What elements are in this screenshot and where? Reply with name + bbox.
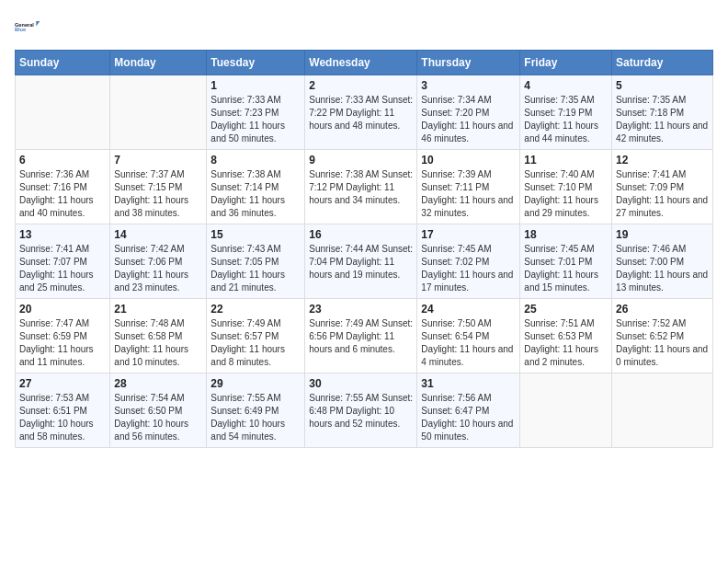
day-number: 4 xyxy=(524,79,608,92)
calendar-cell: 31Sunrise: 7:56 AM Sunset: 6:47 PM Dayli… xyxy=(417,373,520,448)
calendar-cell xyxy=(612,373,713,448)
day-info: Sunrise: 7:33 AM Sunset: 7:22 PM Dayligh… xyxy=(309,94,413,132)
svg-text:Blue: Blue xyxy=(15,27,26,32)
calendar-cell: 20Sunrise: 7:47 AM Sunset: 6:59 PM Dayli… xyxy=(16,299,110,373)
calendar-cell: 7Sunrise: 7:37 AM Sunset: 7:15 PM Daylig… xyxy=(110,150,207,224)
week-row-0: 1Sunrise: 7:33 AM Sunset: 7:23 PM Daylig… xyxy=(16,75,713,150)
calendar-cell: 24Sunrise: 7:50 AM Sunset: 6:54 PM Dayli… xyxy=(417,299,520,373)
calendar-table: SundayMondayTuesdayWednesdayThursdayFrid… xyxy=(15,50,713,448)
day-info: Sunrise: 7:41 AM Sunset: 7:09 PM Dayligh… xyxy=(616,168,709,220)
day-info: Sunrise: 7:55 AM Sunset: 6:49 PM Dayligh… xyxy=(210,392,301,443)
day-info: Sunrise: 7:36 AM Sunset: 7:16 PM Dayligh… xyxy=(19,168,106,220)
calendar-cell: 17Sunrise: 7:45 AM Sunset: 7:02 PM Dayli… xyxy=(417,224,520,299)
day-number: 16 xyxy=(309,228,413,241)
day-number: 11 xyxy=(524,154,608,167)
day-number: 8 xyxy=(210,154,301,167)
day-info: Sunrise: 7:38 AM Sunset: 7:12 PM Dayligh… xyxy=(309,168,413,207)
day-info: Sunrise: 7:42 AM Sunset: 7:06 PM Dayligh… xyxy=(114,243,202,294)
calendar-cell: 13Sunrise: 7:41 AM Sunset: 7:07 PM Dayli… xyxy=(16,224,110,299)
day-number: 7 xyxy=(114,154,202,167)
day-number: 6 xyxy=(19,154,106,167)
day-info: Sunrise: 7:35 AM Sunset: 7:18 PM Dayligh… xyxy=(616,94,709,145)
day-info: Sunrise: 7:41 AM Sunset: 7:07 PM Dayligh… xyxy=(19,243,106,294)
header-thursday: Thursday xyxy=(417,51,520,75)
day-info: Sunrise: 7:49 AM Sunset: 6:57 PM Dayligh… xyxy=(210,317,301,369)
day-info: Sunrise: 7:44 AM Sunset: 7:04 PM Dayligh… xyxy=(309,243,413,282)
calendar-cell: 29Sunrise: 7:55 AM Sunset: 6:49 PM Dayli… xyxy=(207,373,305,448)
day-number: 5 xyxy=(616,79,709,92)
calendar-cell: 9Sunrise: 7:38 AM Sunset: 7:12 PM Daylig… xyxy=(305,150,417,224)
calendar-cell: 4Sunrise: 7:35 AM Sunset: 7:19 PM Daylig… xyxy=(520,75,612,150)
day-number: 20 xyxy=(19,303,106,316)
header-wednesday: Wednesday xyxy=(305,51,417,75)
day-info: Sunrise: 7:33 AM Sunset: 7:23 PM Dayligh… xyxy=(210,94,301,145)
day-info: Sunrise: 7:56 AM Sunset: 6:47 PM Dayligh… xyxy=(421,392,516,443)
day-number: 31 xyxy=(421,377,516,390)
calendar-cell: 18Sunrise: 7:45 AM Sunset: 7:01 PM Dayli… xyxy=(520,224,612,299)
day-number: 9 xyxy=(309,154,413,167)
day-info: Sunrise: 7:40 AM Sunset: 7:10 PM Dayligh… xyxy=(524,168,608,220)
day-info: Sunrise: 7:50 AM Sunset: 6:54 PM Dayligh… xyxy=(421,317,516,369)
day-number: 12 xyxy=(616,154,709,167)
day-info: Sunrise: 7:37 AM Sunset: 7:15 PM Dayligh… xyxy=(114,168,202,220)
day-info: Sunrise: 7:46 AM Sunset: 7:00 PM Dayligh… xyxy=(616,243,709,294)
calendar-cell: 6Sunrise: 7:36 AM Sunset: 7:16 PM Daylig… xyxy=(16,150,110,224)
week-row-3: 20Sunrise: 7:47 AM Sunset: 6:59 PM Dayli… xyxy=(16,299,713,373)
header-friday: Friday xyxy=(520,51,612,75)
calendar-cell: 30Sunrise: 7:55 AM Sunset: 6:48 PM Dayli… xyxy=(305,373,417,448)
calendar-cell xyxy=(110,75,207,150)
calendar-cell: 21Sunrise: 7:48 AM Sunset: 6:58 PM Dayli… xyxy=(110,299,207,373)
day-number: 26 xyxy=(616,303,709,316)
day-number: 21 xyxy=(114,303,202,316)
calendar-cell: 16Sunrise: 7:44 AM Sunset: 7:04 PM Dayli… xyxy=(305,224,417,299)
day-info: Sunrise: 7:48 AM Sunset: 6:58 PM Dayligh… xyxy=(114,317,202,369)
day-number: 23 xyxy=(309,303,413,316)
calendar-cell: 5Sunrise: 7:35 AM Sunset: 7:18 PM Daylig… xyxy=(612,75,713,150)
svg-marker-2 xyxy=(36,21,40,27)
page-header: GeneralBlue xyxy=(15,15,713,40)
calendar-cell: 14Sunrise: 7:42 AM Sunset: 7:06 PM Dayli… xyxy=(110,224,207,299)
day-number: 3 xyxy=(421,79,516,92)
day-info: Sunrise: 7:49 AM Sunset: 6:56 PM Dayligh… xyxy=(309,317,413,356)
calendar-cell xyxy=(520,373,612,448)
day-info: Sunrise: 7:54 AM Sunset: 6:50 PM Dayligh… xyxy=(114,392,202,443)
calendar-cell: 11Sunrise: 7:40 AM Sunset: 7:10 PM Dayli… xyxy=(520,150,612,224)
day-number: 18 xyxy=(524,228,608,241)
day-info: Sunrise: 7:53 AM Sunset: 6:51 PM Dayligh… xyxy=(19,392,106,443)
day-info: Sunrise: 7:47 AM Sunset: 6:59 PM Dayligh… xyxy=(19,317,106,369)
calendar-cell: 26Sunrise: 7:52 AM Sunset: 6:52 PM Dayli… xyxy=(612,299,713,373)
calendar-cell: 25Sunrise: 7:51 AM Sunset: 6:53 PM Dayli… xyxy=(520,299,612,373)
day-number: 27 xyxy=(19,377,106,390)
day-number: 25 xyxy=(524,303,608,316)
day-number: 15 xyxy=(210,228,301,241)
week-row-4: 27Sunrise: 7:53 AM Sunset: 6:51 PM Dayli… xyxy=(16,373,713,448)
day-number: 14 xyxy=(114,228,202,241)
calendar-cell: 2Sunrise: 7:33 AM Sunset: 7:22 PM Daylig… xyxy=(305,75,417,150)
header-tuesday: Tuesday xyxy=(207,51,305,75)
calendar-cell: 10Sunrise: 7:39 AM Sunset: 7:11 PM Dayli… xyxy=(417,150,520,224)
calendar-cell: 8Sunrise: 7:38 AM Sunset: 7:14 PM Daylig… xyxy=(207,150,305,224)
header-saturday: Saturday xyxy=(612,51,713,75)
day-number: 30 xyxy=(309,377,413,390)
day-number: 28 xyxy=(114,377,202,390)
day-number: 19 xyxy=(616,228,709,241)
day-info: Sunrise: 7:43 AM Sunset: 7:05 PM Dayligh… xyxy=(210,243,301,294)
week-row-2: 13Sunrise: 7:41 AM Sunset: 7:07 PM Dayli… xyxy=(16,224,713,299)
svg-text:General: General xyxy=(15,22,34,28)
day-number: 17 xyxy=(421,228,516,241)
day-number: 24 xyxy=(421,303,516,316)
calendar-header-row: SundayMondayTuesdayWednesdayThursdayFrid… xyxy=(16,51,713,75)
calendar-cell: 1Sunrise: 7:33 AM Sunset: 7:23 PM Daylig… xyxy=(207,75,305,150)
day-info: Sunrise: 7:39 AM Sunset: 7:11 PM Dayligh… xyxy=(421,168,516,220)
logo: GeneralBlue xyxy=(15,15,40,40)
calendar-cell: 28Sunrise: 7:54 AM Sunset: 6:50 PM Dayli… xyxy=(110,373,207,448)
day-info: Sunrise: 7:45 AM Sunset: 7:01 PM Dayligh… xyxy=(524,243,608,294)
day-number: 13 xyxy=(19,228,106,241)
day-number: 10 xyxy=(421,154,516,167)
day-info: Sunrise: 7:35 AM Sunset: 7:19 PM Dayligh… xyxy=(524,94,608,145)
day-number: 22 xyxy=(210,303,301,316)
day-number: 1 xyxy=(210,79,301,92)
logo-icon: GeneralBlue xyxy=(15,15,40,40)
day-number: 2 xyxy=(309,79,413,92)
day-info: Sunrise: 7:34 AM Sunset: 7:20 PM Dayligh… xyxy=(421,94,516,145)
